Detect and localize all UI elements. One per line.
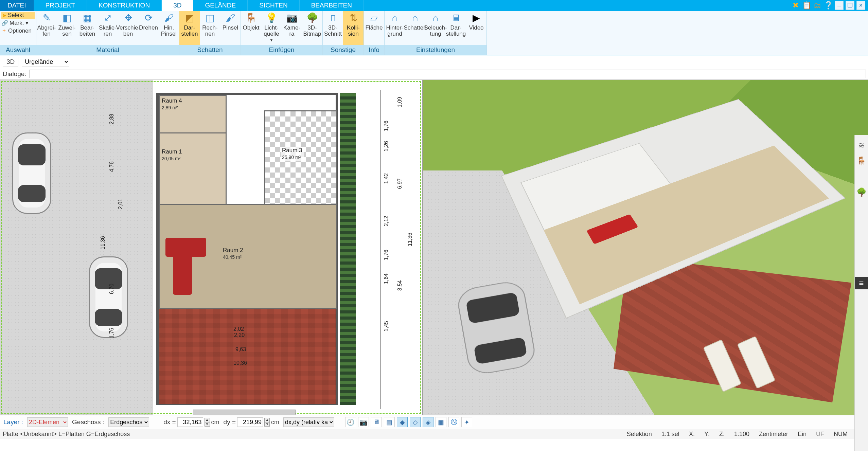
lbl-video: Video — [469, 25, 483, 31]
dialoge-field[interactable] — [29, 70, 866, 78]
tab-bearbeiten[interactable]: BEARBEITEN — [300, 0, 364, 11]
btn-schatten2[interactable]: ⌂Schatten — [405, 11, 425, 45]
btn-3dschnitt[interactable]: ⎍3D-Schnitt — [323, 11, 343, 45]
opt-geschoss-label: Geschoss : — [72, 418, 104, 426]
dim-left-4: 2,01 — [118, 199, 124, 209]
btn-flaeche[interactable]: ▱Fläche — [364, 11, 384, 45]
opt-dx-unit: cm — [211, 419, 219, 426]
opt-monitor-icon[interactable]: 🖥 — [371, 417, 382, 427]
dim-bottom-0: 2,02 — [233, 326, 244, 332]
tool-tree-icon[interactable]: 🌳 — [856, 187, 867, 198]
help-icon[interactable]: ❔ — [824, 1, 833, 10]
rotate-icon: ⟳ — [142, 12, 155, 24]
auswahl-mark[interactable]: 🔗 Mark. ▾ — [1, 19, 35, 26]
opt-snap-object-icon[interactable]: ◇ — [410, 417, 421, 427]
dim-column-left: 2,88 4,76 11,36 6,70 2,01 1,76 — [95, 93, 116, 413]
tab-sichten[interactable]: SICHTEN — [248, 0, 299, 11]
lbl-kamera: Kame-ra — [282, 25, 302, 37]
btn-kamera[interactable]: 📷Kame-ra — [282, 11, 302, 45]
tool-palette-icon[interactable] — [856, 171, 867, 182]
opt-clock-icon[interactable]: 🕘 — [345, 417, 356, 427]
plan-car-1[interactable] — [12, 132, 51, 214]
btn-3dbitmap[interactable]: 🌳3D-Bitmap — [302, 11, 322, 45]
opt-snap-ortho-icon[interactable]: ◆ — [397, 417, 408, 427]
window-restore[interactable]: ❐ — [846, 1, 854, 10]
btn-beleuchtung[interactable]: ⌂Beleuch-tung — [425, 11, 446, 45]
chair-icon: 🪑 — [245, 12, 258, 24]
ribbon-caption-material: Material — [36, 45, 179, 55]
tab-datei[interactable]: DATEI — [0, 0, 34, 11]
auswahl-optionen[interactable]: ＋ Optionen — [1, 27, 35, 34]
opt-dx-spinner[interactable]: ▴▾ — [205, 418, 210, 427]
btn-hintergrund[interactable]: ⌂Hinter-grund — [385, 11, 405, 45]
btn-objekt[interactable]: 🪑Objekt — [241, 11, 261, 45]
btn-hinpinsel[interactable]: 🖌Hin. Pinsel — [159, 11, 179, 45]
terrain-select[interactable]: Urgelände — [22, 57, 69, 67]
btn-pinsel[interactable]: 🖌Pinsel — [220, 11, 241, 45]
window-minimize[interactable]: – — [835, 1, 844, 10]
tab-3d[interactable]: 3D — [162, 0, 193, 11]
gallery-icon[interactable]: 🗂 — [813, 1, 822, 10]
plan-2d-canvas[interactable]: 2,88 4,76 11,36 6,70 2,01 1,76 Raum 4 2,… — [0, 80, 422, 415]
opt-north-icon[interactable]: Ⓝ — [448, 417, 459, 427]
ribbon-caption-sonstige: Sonstige — [323, 45, 364, 55]
pane-2d-plan[interactable]: 2,88 4,76 11,36 6,70 2,01 1,76 Raum 4 2,… — [0, 80, 423, 415]
tab-gelaende[interactable]: GELÄNDE — [193, 0, 248, 11]
plan-room-1[interactable]: Raum 1 20,05 m² — [159, 132, 227, 211]
btn-zuweisen[interactable]: ◧Zuwei-sen — [57, 11, 77, 45]
btn-kollision[interactable]: ⇅Kolli-sion — [343, 11, 364, 45]
opt-geschoss-select[interactable]: Erdgeschos — [108, 417, 149, 427]
plan-sofa-2[interactable] — [173, 254, 192, 295]
btn-darstellen[interactable]: ◩Dar-stellen — [179, 11, 200, 45]
house-icon: ⌂ — [388, 12, 401, 24]
btn-verschieben[interactable]: ✥Verschie-ben — [118, 11, 138, 45]
auswahl-selekt[interactable]: ➤ Selekt — [1, 12, 35, 19]
opt-grid-icon[interactable]: ▦ — [436, 417, 446, 427]
lbl-flaeche: Fläche — [365, 25, 383, 31]
pane-3d-view[interactable] — [423, 80, 868, 415]
lbl-skalieren: Skalie-ren — [98, 25, 118, 37]
option-bar: Layer : 2D-Elemen Geschoss : Erdgeschos … — [0, 415, 868, 429]
lbl-hinpinsel: Hin. Pinsel — [159, 25, 179, 37]
btn-rechnen[interactable]: ◫Rech-nen — [200, 11, 220, 45]
viewport-3d[interactable] — [423, 80, 868, 415]
opt-dy-spinner[interactable]: ▴▾ — [264, 418, 270, 427]
opt-dy-unit: cm — [271, 419, 279, 426]
right-panel-handle[interactable]: ≡ — [855, 277, 868, 289]
tab-konstruktion[interactable]: KONSTRUKTION — [87, 0, 162, 11]
window-close[interactable]: × — [856, 1, 865, 10]
opt-dy-input[interactable] — [237, 417, 263, 427]
ribbon-caption-einstellungen: Einstellungen — [385, 45, 486, 55]
opt-compass-icon[interactable]: ✦ — [461, 417, 472, 427]
opt-dx-input[interactable] — [177, 417, 203, 427]
tool-furniture-icon[interactable]: 🪑 — [856, 156, 867, 166]
btn-darstellung[interactable]: 🖥Dar-stellung — [446, 11, 466, 45]
opt-camera-icon[interactable]: 📷 — [358, 417, 369, 427]
plan-patio[interactable]: 2,02 2,20 9,63 10,36 — [159, 309, 336, 404]
btn-video[interactable]: ▶Video — [466, 11, 486, 45]
tool-icon[interactable]: ✖ — [791, 1, 800, 10]
status-selektion: Selektion — [627, 431, 652, 438]
opt-layers2-icon[interactable]: ▤ — [384, 417, 395, 427]
workspace: 2,88 4,76 11,36 6,70 2,01 1,76 Raum 4 2,… — [0, 80, 868, 415]
btn-drehen[interactable]: ⟳Drehen — [138, 11, 159, 45]
btn-skalieren[interactable]: ⤢Skalie-ren — [98, 11, 118, 45]
plan-room-2-area: 40,45 m² — [223, 254, 242, 260]
lbl-3dbitmap: 3D-Bitmap — [302, 25, 322, 37]
ribbon-caption-einfuegen: Einfügen — [241, 45, 322, 55]
btn-abgreifen[interactable]: ✎Abgrei-fen — [36, 11, 57, 45]
btn-bearbeiten[interactable]: ▦Bear-beiten — [77, 11, 98, 45]
cube-wire-icon: ◫ — [203, 12, 216, 24]
tool-layers-icon[interactable]: ≋ — [856, 140, 867, 151]
tab-projekt[interactable]: PROJEKT — [34, 0, 87, 11]
clipboard-icon[interactable]: 📋 — [802, 1, 811, 10]
dim-left-3: 6,70 — [109, 284, 115, 294]
plan-house[interactable]: Raum 4 2,89 m² Raum 1 20,05 m² Raum 3 25… — [156, 93, 338, 405]
mode-chip-3d[interactable]: 3D — [3, 57, 18, 67]
btn-lichtquelle[interactable]: 💡Licht-quelle▼ — [261, 11, 282, 45]
opt-layer-select[interactable]: 2D-Elemen — [27, 417, 68, 427]
plan-hscrollbar[interactable] — [193, 410, 296, 415]
ribbon-caption-schatten: Schatten — [179, 45, 241, 55]
opt-rel-select[interactable]: dx,dy (relativ ka — [283, 417, 334, 427]
opt-snap-endpoint-icon[interactable]: ◈ — [423, 417, 433, 427]
